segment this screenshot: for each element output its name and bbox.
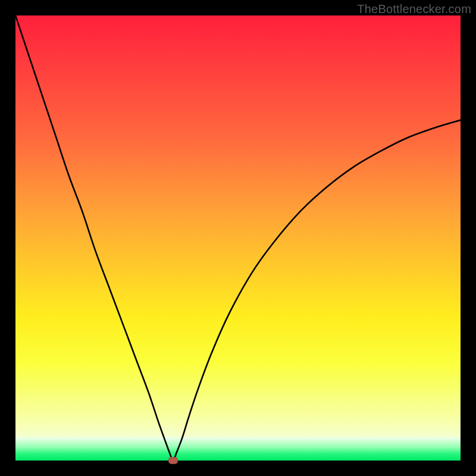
optimum-marker xyxy=(168,457,178,464)
chart-frame: TheBottlenecker.com xyxy=(0,0,476,476)
watermark-text: TheBottlenecker.com xyxy=(357,2,471,16)
curve-svg xyxy=(15,15,461,461)
plot-area xyxy=(15,15,461,461)
bottleneck-curve xyxy=(15,15,461,461)
highlight-band xyxy=(15,389,461,437)
